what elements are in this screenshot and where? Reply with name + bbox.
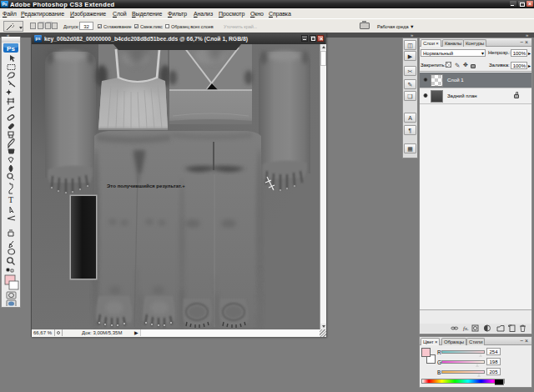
svg-text:fx.: fx. <box>463 325 469 332</box>
svg-text:Ps: Ps <box>7 45 15 53</box>
svg-text:T: T <box>8 195 13 204</box>
svg-text:Это получившийся результат.+: Это получившийся результат.+ <box>107 183 185 188</box>
